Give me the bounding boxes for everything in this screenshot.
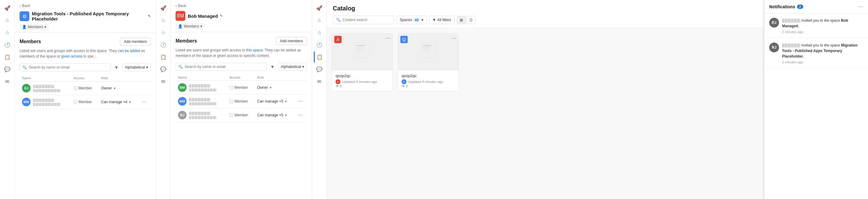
- catalog-search-input[interactable]: [343, 18, 391, 22]
- card-more-button-1[interactable]: ⋯: [386, 35, 391, 41]
- card-avatar-1: R: [336, 79, 340, 84]
- sort-dropdown-1[interactable]: Alphabetical ▾: [122, 63, 151, 71]
- members-link-1[interactable]: can be added: [118, 49, 140, 53]
- notif-avatar-1: RJ: [769, 18, 779, 28]
- access-link-1[interactable]: given access: [61, 54, 82, 58]
- edit-space-icon-1[interactable]: ✎: [148, 14, 151, 18]
- access-square-2: [73, 100, 77, 104]
- rocket-icon-2[interactable]: 🚀: [158, 2, 169, 13]
- user-name-mm: [189, 97, 217, 102]
- card-views-2: 👁 0: [402, 84, 455, 88]
- catalog-panel: Catalog 🔍 Spaces All ▾ ▼ All filters ⊞ ☰: [327, 0, 764, 199]
- user-cell-1: RJ: [22, 84, 68, 92]
- role-chevron-bob[interactable]: ▾: [270, 86, 272, 90]
- sidebar-catalog: 🚀 ⌂ ☆ 🕐 📋 💬 ✉: [312, 0, 327, 199]
- sidebar-2: 🚀 ⌂ ☆ 🕐 📋 💬 ✉: [156, 0, 170, 199]
- role-chevron-rj[interactable]: ▾: [285, 113, 287, 117]
- spaces-icon-2[interactable]: 📋: [158, 51, 169, 62]
- rocket-icon[interactable]: 🚀: [2, 2, 13, 13]
- space-name-1: Migration Tools - Published Apps Tempora…: [32, 11, 151, 22]
- all-filters-button[interactable]: ▼ All filters: [429, 16, 455, 24]
- access-cell-bob: Member: [229, 85, 252, 90]
- star-icon-c[interactable]: ☆: [314, 27, 325, 38]
- rocket-icon-c[interactable]: 🚀: [314, 2, 325, 13]
- space-icon-2: BM: [176, 11, 185, 21]
- mail-icon-2[interactable]: ✉: [158, 76, 169, 87]
- list-view-button[interactable]: ☰: [466, 16, 475, 24]
- members-header-2: Members Add members: [176, 37, 307, 45]
- search-filter-row-1: 🔍 ▼ Alphabetical ▾: [20, 63, 151, 71]
- card-updated-2: Updated 4 minutes ago: [408, 80, 443, 84]
- home-icon-c[interactable]: ⌂: [314, 15, 325, 26]
- search-input-2[interactable]: [185, 65, 264, 69]
- role-cell-2[interactable]: Can manage +4 ▾: [101, 100, 137, 104]
- more-actions-rj[interactable]: ⋯: [298, 113, 303, 118]
- mail-icon-c[interactable]: ✉: [314, 76, 325, 87]
- mail-icon[interactable]: ✉: [2, 76, 13, 87]
- user-cell-rj: RJ: [178, 111, 224, 119]
- notif-avatar-2: RJ: [769, 42, 779, 52]
- catalog-card-2[interactable]: Q ⋯ qsop2qc R Updated 4 minutes ago 👁 0: [398, 33, 459, 91]
- back-arrow-icon: ‹: [20, 4, 21, 8]
- recent-icon-c[interactable]: 🕐: [314, 39, 325, 50]
- card-name-1: qsop2qc: [336, 74, 389, 78]
- avatar-rj: RJ: [178, 111, 187, 119]
- add-members-button-2[interactable]: Add members: [276, 37, 307, 45]
- svg-rect-1: [356, 45, 365, 46]
- members-tab-2[interactable]: 👤 Members ▾: [176, 23, 205, 29]
- home-icon[interactable]: ⌂: [2, 15, 13, 26]
- col-access-2: Access: [227, 75, 254, 81]
- sort-dropdown-2[interactable]: Alphabetical ▾: [278, 63, 307, 71]
- home-icon-2[interactable]: ⌂: [158, 15, 169, 26]
- col-access-1: Access: [71, 75, 98, 81]
- access-cell-2: Member: [73, 100, 96, 104]
- user-email-1: [33, 88, 61, 92]
- catalog-card-1[interactable]: A ⋯ qsop2qc R Updated 4 minutes ago 👁 0: [332, 33, 393, 91]
- notifications-more-button[interactable]: ⋯: [858, 4, 863, 9]
- more-actions-mm[interactable]: ⋯: [298, 99, 303, 104]
- access-cell-rj: Member: [229, 113, 252, 117]
- members-person-icon: 👤: [22, 25, 27, 29]
- notification-item-1[interactable]: RJ invited you to the space Bob Managed.…: [764, 13, 868, 38]
- col-role-1: Role: [99, 75, 140, 81]
- members-tab-1[interactable]: 👤 Members ▾: [20, 24, 49, 30]
- chat-icon-c[interactable]: 💬: [314, 64, 325, 75]
- filter-button-1[interactable]: ▼: [113, 64, 120, 71]
- spaces-button[interactable]: Spaces All ▾: [396, 16, 427, 24]
- role-cell-bob[interactable]: Owner ▾: [257, 85, 293, 90]
- card-views-1: 👁 0: [336, 84, 389, 88]
- star-icon[interactable]: ☆: [2, 27, 13, 38]
- space-title-row-2: BM Bob Managed ✎: [176, 11, 307, 21]
- role-chevron-1[interactable]: ▾: [114, 86, 116, 90]
- spaces-icon[interactable]: 📋: [2, 51, 13, 62]
- add-members-button-1[interactable]: Add members: [120, 38, 151, 46]
- back-link-2[interactable]: ‹ Back: [176, 4, 307, 8]
- access-square-bob: [229, 86, 233, 89]
- role-cell-1[interactable]: Owner ▾: [101, 86, 137, 90]
- notif-text-1: invited you to the space Bob Managed.: [782, 18, 863, 29]
- role-cell-mm[interactable]: Can manage +5 ▾: [257, 99, 293, 104]
- members-header-1: Members Add members: [20, 38, 151, 46]
- role-chevron-mm[interactable]: ▾: [285, 100, 287, 104]
- notification-item-2[interactable]: RJ invited you to the space Migration To…: [764, 38, 868, 68]
- card-more-button-2[interactable]: ⋯: [452, 35, 457, 41]
- table-row: MM Member: [20, 95, 151, 109]
- role-chevron-2[interactable]: ▾: [129, 100, 131, 104]
- recent-icon-2[interactable]: 🕐: [158, 39, 169, 50]
- members-description-1: Listed are users and groups with access …: [20, 48, 151, 59]
- star-icon-2[interactable]: ☆: [158, 27, 169, 38]
- filter-button-2[interactable]: ▼: [269, 63, 276, 70]
- catalog-sidebar-icon[interactable]: 📋: [314, 51, 325, 62]
- role-cell-rj[interactable]: Can manage +5 ▾: [257, 113, 293, 117]
- more-actions-button-2[interactable]: ⋯: [142, 100, 147, 105]
- space-link-2[interactable]: this space: [246, 48, 263, 52]
- grid-view-button[interactable]: ⊞: [457, 16, 466, 24]
- chat-icon-2[interactable]: 💬: [158, 64, 169, 75]
- chat-icon[interactable]: 💬: [2, 64, 13, 75]
- panel-migration-tools: ‹ Back ⚙ Migration Tools - Published App…: [15, 0, 156, 199]
- recent-icon[interactable]: 🕐: [2, 39, 13, 50]
- back-link-1[interactable]: ‹ Back: [20, 4, 151, 8]
- edit-space-icon-2[interactable]: ✎: [220, 14, 223, 18]
- search-input-1[interactable]: [29, 65, 108, 69]
- avatar-mm: MM: [178, 97, 187, 106]
